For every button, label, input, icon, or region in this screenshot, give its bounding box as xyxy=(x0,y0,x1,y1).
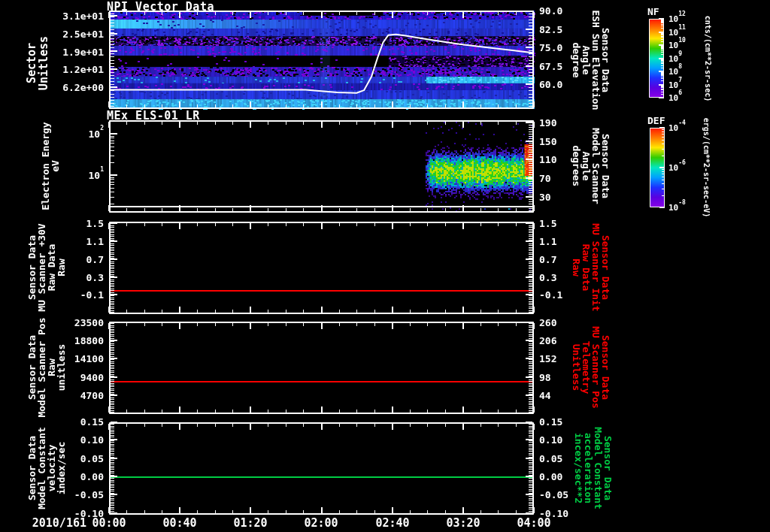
panel1-right-axis-title: Sensor DataESH Sun ElevationAngledegree xyxy=(571,10,611,110)
tick-label: 1012 xyxy=(668,14,686,25)
axis-title-line: Sensor Data xyxy=(601,128,611,204)
colorbar-def-unit: ergs/(cm**2-sr-sec-eV) xyxy=(702,118,711,217)
tick-label: 0.10 xyxy=(80,434,104,446)
tick-label: 10-4 xyxy=(668,122,686,134)
tick-label: 4700 xyxy=(80,390,104,401)
tick-label: 0.00 xyxy=(539,471,562,482)
axis-title-line: MU Scanner Pos xyxy=(591,326,601,409)
tick-label: 1.5 xyxy=(86,218,104,229)
tick-label: 9400 xyxy=(80,372,104,383)
tick-label: 98 xyxy=(539,372,551,383)
colorbar-def-name: DEF xyxy=(647,115,665,126)
tick-label: 00:40 xyxy=(162,516,196,530)
tick-label: 3.1e+01 xyxy=(62,11,104,22)
tick-label: -0.1 xyxy=(80,289,104,301)
tick-label: 10-6 xyxy=(668,162,686,174)
axis-title-line: acceleration xyxy=(584,427,593,509)
tick-label: 10-8 xyxy=(668,202,686,213)
axis-title-line: degrees xyxy=(571,128,581,204)
tick-label: 206 xyxy=(539,335,556,346)
axis-title-line: Sensor Data xyxy=(603,427,613,509)
tick-label: 01:20 xyxy=(233,516,267,530)
axis-title-line: degree xyxy=(571,10,581,110)
date-label: 2010/161 xyxy=(32,516,86,530)
tick-label: 101 xyxy=(89,169,104,180)
tick-label: 44 xyxy=(539,390,551,401)
tick-label: 6.2e+00 xyxy=(62,82,104,93)
tick-label: 1.5 xyxy=(539,218,556,229)
tick-label: 82.5 xyxy=(539,24,562,35)
tick-label: 109 xyxy=(668,53,682,64)
axis-title-line: incex/sec**2 xyxy=(574,427,584,509)
tick-label: -0.05 xyxy=(74,489,104,500)
axis-title-line: Sector xyxy=(26,36,38,90)
tick-label: 02:40 xyxy=(375,516,409,530)
tick-label: 260 xyxy=(539,317,556,328)
panel2-left-axis-title: Electron EnergyeV xyxy=(41,122,60,210)
tick-label: 1010 xyxy=(668,40,686,51)
tick-label: 150 xyxy=(539,136,556,147)
colorbar-nf-unit: cnts/(cm**2-sr-sec) xyxy=(704,16,712,101)
tick-label: 108 xyxy=(668,66,682,77)
tick-label: 152 xyxy=(539,353,556,364)
panel5-left-axis-title: Sensor DataModel Constantvelocityindex/s… xyxy=(27,427,66,509)
axis-title-line: Raw xyxy=(571,223,581,311)
tick-label: 02:00 xyxy=(304,516,338,530)
axis-title-line: Unitless xyxy=(38,36,50,90)
tick-label: 0.7 xyxy=(86,254,104,265)
plot-canvas xyxy=(0,0,770,532)
tick-label: 0.15 xyxy=(80,416,104,428)
axis-title-line: ESH Sun Elevation xyxy=(591,10,601,110)
tick-label: 0.00 xyxy=(80,471,104,482)
axis-title-line: Sensor Data xyxy=(601,223,611,311)
panel2-title: MEx ELS-01 LR xyxy=(107,109,200,122)
tick-label: -0.1 xyxy=(539,289,562,301)
axis-title-line: index/sec xyxy=(56,427,66,509)
tick-label: 1.1 xyxy=(539,236,556,247)
colorbar-nf-name: NF xyxy=(647,6,659,17)
tick-label: 23500 xyxy=(74,317,104,328)
axis-title-line: eV xyxy=(50,122,60,210)
tick-label: 0.05 xyxy=(80,453,104,464)
axis-title-line: Sensor Data xyxy=(601,10,611,110)
tick-label: 04:00 xyxy=(517,516,550,530)
tick-label: 110 xyxy=(539,154,556,165)
tick-label: 2.5e+01 xyxy=(62,29,104,40)
tick-label: 0.10 xyxy=(539,434,562,446)
plot-page: NPI Vector Data MEx ELS-01 LR SectorUnit… xyxy=(0,0,770,532)
axis-title-line: Model Constant xyxy=(593,427,603,509)
tick-label: 70 xyxy=(539,173,551,184)
tick-label: 03:20 xyxy=(446,516,480,530)
panel3-left-axis-title: Sensor DataMU Scanner +30VRaw DataRaw xyxy=(27,223,66,311)
tick-label: 00:00 xyxy=(92,516,126,530)
tick-label: 60.0 xyxy=(539,79,562,90)
tick-label: 0.7 xyxy=(539,254,556,265)
tick-label: 90.0 xyxy=(539,5,562,17)
axis-title-line: Model Scanner xyxy=(591,128,601,204)
tick-label: 0.3 xyxy=(86,272,104,283)
tick-label: 0.3 xyxy=(539,272,556,283)
tick-label: -0.05 xyxy=(539,489,568,500)
panel5-right-axis-title: Sensor DataModel Constantaccelerationinc… xyxy=(574,427,613,509)
tick-label: 0.15 xyxy=(539,416,562,428)
tick-label: 1.1 xyxy=(86,236,104,247)
panel1-left-axis-title: SectorUnitless xyxy=(26,36,50,90)
tick-label: 30 xyxy=(539,192,551,203)
tick-label: 1011 xyxy=(668,26,686,38)
tick-label: 67.5 xyxy=(539,61,562,72)
tick-label: 75.0 xyxy=(539,42,562,53)
panel2-right-axis-title: Sensor DataModel ScannerAngledegrees xyxy=(571,128,611,204)
tick-label: 18800 xyxy=(74,335,104,346)
tick-label: 14100 xyxy=(74,353,104,364)
tick-label: 106 xyxy=(668,92,682,104)
axis-title-line: Unitless xyxy=(571,326,581,409)
panel4-right-axis-title: Sensor DataMU Scanner PosTelemetryUnitle… xyxy=(571,326,611,409)
tick-label: 102 xyxy=(89,128,104,139)
panel4-left-axis-title: Sensor DataModel Scanner PosRawunitless xyxy=(27,317,66,417)
axis-title-line: unitless xyxy=(56,317,66,417)
tick-label: 107 xyxy=(668,79,682,90)
axis-title-line: Raw xyxy=(56,223,66,311)
axis-title-line: MU Scanner Init xyxy=(591,223,601,311)
tick-label: 190 xyxy=(539,117,556,128)
tick-label: 1.2e+01 xyxy=(62,64,104,75)
